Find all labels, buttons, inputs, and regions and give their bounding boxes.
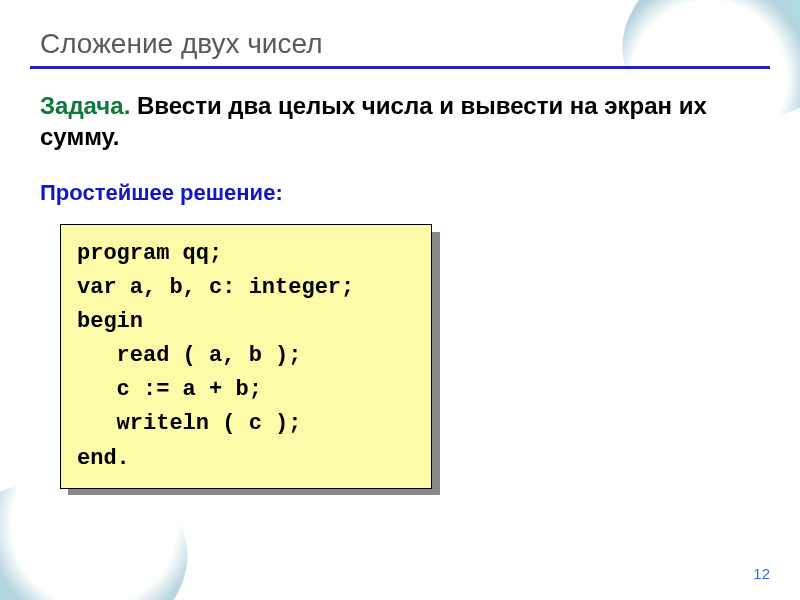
task-text: Задача. Ввести два целых числа и вывести…: [40, 90, 760, 152]
task-body: Ввести два целых числа и вывести на экра…: [40, 92, 707, 150]
slide-title: Сложение двух чисел: [40, 28, 760, 60]
solution-subheading: Простейшее решение:: [40, 180, 283, 206]
page-number: 12: [753, 565, 770, 582]
task-label: Задача.: [40, 92, 130, 119]
code-box: program qq; var a, b, c: integer; begin …: [60, 224, 432, 489]
slide: Сложение двух чисел Задача. Ввести два ц…: [0, 0, 800, 600]
title-underline: [30, 66, 770, 69]
code-content: program qq; var a, b, c: integer; begin …: [77, 237, 415, 476]
